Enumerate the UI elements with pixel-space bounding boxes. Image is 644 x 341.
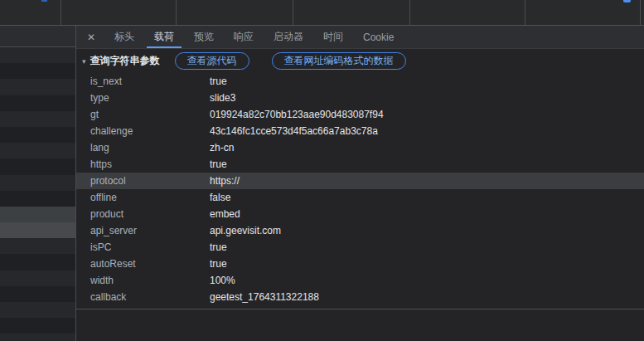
param-value: 100%	[210, 275, 235, 286]
request-row[interactable]	[0, 207, 75, 222]
param-key: protocol	[76, 175, 210, 187]
collapse-triangle-icon[interactable]: ▾	[82, 57, 86, 66]
param-value: 43c146fc1cce573d4f5ac66a7ab3c78a	[210, 125, 378, 137]
network-requests-sidebar-rows	[0, 47, 75, 341]
param-value: geetest_1764311322188	[210, 291, 319, 303]
request-row[interactable]	[0, 143, 75, 158]
tab-label: 启动器	[274, 30, 303, 44]
param-row[interactable]: api_server api.geevisit.com	[76, 222, 644, 239]
request-list-header	[0, 26, 75, 47]
request-row[interactable]	[0, 79, 75, 95]
view-data-button[interactable]: 查看源代码	[175, 52, 249, 70]
param-value: embed	[210, 208, 240, 220]
param-value: https://	[210, 175, 240, 187]
detail-tab[interactable]: 时间	[316, 26, 351, 48]
request-row[interactable]	[0, 175, 75, 191]
param-key: autoReset	[76, 258, 210, 270]
detail-tab[interactable]: 标头	[107, 26, 142, 48]
request-row[interactable]	[0, 286, 75, 302]
request-row[interactable]	[0, 254, 75, 270]
param-row[interactable]: isPC true	[76, 239, 644, 256]
request-row[interactable]	[0, 95, 75, 111]
section-buttons: 查看源代码 查看网址编码格式的数据	[160, 52, 406, 70]
column-divider	[525, 0, 525, 25]
param-value: 019924a82c70bb123aae90d483087f94	[210, 109, 384, 120]
param-row[interactable]: width 100%	[76, 272, 644, 289]
clipped-blue-indicator	[41, 0, 47, 2]
param-value: true	[210, 76, 227, 87]
param-row[interactable]: https true	[76, 156, 644, 173]
param-key: callback	[76, 291, 210, 303]
section-end-divider	[76, 309, 644, 309]
tab-label: 载荷	[154, 30, 174, 44]
request-row[interactable]	[0, 302, 75, 318]
request-row[interactable]	[0, 222, 75, 238]
param-value: api.geevisit.com	[210, 225, 281, 236]
network-request-list	[0, 26, 76, 341]
top-grid-strip	[0, 0, 644, 26]
request-row[interactable]	[0, 191, 75, 207]
request-detail-panel: ✕ 标头 载荷 预览 响应	[76, 26, 644, 341]
request-row[interactable]	[0, 334, 75, 341]
param-key: offline	[76, 192, 210, 203]
tab-label: 响应	[234, 30, 254, 44]
param-value: true	[210, 258, 227, 270]
column-divider	[61, 0, 61, 25]
request-row[interactable]	[0, 270, 75, 286]
request-row[interactable]	[0, 63, 75, 79]
param-row[interactable]: type slide3	[76, 90, 644, 106]
param-row[interactable]: is_next true	[76, 73, 644, 90]
request-row[interactable]	[0, 318, 75, 334]
tab-label: Cookie	[363, 32, 394, 43]
param-key: width	[76, 275, 210, 286]
detail-tab[interactable]: 载荷	[147, 26, 182, 48]
param-key: isPC	[76, 241, 210, 253]
view-data-button[interactable]: 查看网址编码格式的数据	[272, 52, 406, 70]
devtools-window: ✕ 标头 载荷 预览 响应	[0, 0, 644, 341]
request-row[interactable]	[0, 238, 75, 254]
param-value: true	[210, 158, 227, 170]
detail-tab[interactable]: 启动器	[266, 26, 311, 48]
request-row[interactable]	[0, 158, 75, 174]
param-row[interactable]: lang zh-cn	[76, 139, 644, 156]
detail-tab[interactable]: 响应	[226, 26, 261, 48]
column-divider	[640, 0, 641, 25]
button-label: 查看网址编码格式的数据	[284, 54, 394, 68]
param-value: zh-cn	[210, 142, 234, 153]
param-row[interactable]: product embed	[76, 206, 644, 222]
button-label: 查看源代码	[187, 54, 237, 68]
param-value: false	[210, 192, 230, 203]
query-params-section-header: ▾ 查询字符串参数 查看源代码 查看网址编码格式的数据	[76, 49, 644, 73]
request-row[interactable]	[0, 111, 75, 127]
param-row[interactable]: offline false	[76, 189, 644, 206]
column-divider	[293, 0, 293, 25]
request-row[interactable]	[0, 47, 75, 63]
column-divider	[409, 0, 410, 25]
tab-label: 时间	[323, 30, 343, 44]
param-row[interactable]: autoReset true	[76, 256, 644, 272]
param-key: product	[76, 208, 210, 220]
request-row[interactable]	[0, 127, 75, 143]
param-value: slide3	[210, 92, 235, 104]
tab-label: 标头	[114, 30, 134, 44]
section-title: 查询字符串参数	[90, 54, 160, 68]
detail-tabbar: ✕ 标头 载荷 预览 响应	[76, 26, 644, 49]
param-row[interactable]: callback geetest_1764311322188	[76, 289, 644, 305]
param-row[interactable]: protocol https://	[76, 173, 644, 189]
query-params-list: is_next true type slide3 gt 019924a82c70…	[76, 73, 644, 305]
tab-label: 预览	[194, 30, 214, 44]
detail-tab[interactable]: 预览	[186, 26, 221, 48]
param-key: lang	[76, 142, 210, 153]
param-value: true	[210, 241, 227, 253]
clipped-blue-indicator	[623, 0, 631, 2]
column-divider	[176, 0, 177, 25]
param-key: https	[76, 158, 210, 170]
param-key: api_server	[76, 225, 210, 236]
param-row[interactable]: challenge 43c146fc1cce573d4f5ac66a7ab3c7…	[76, 123, 644, 139]
param-key: is_next	[76, 76, 210, 87]
param-key: challenge	[76, 125, 210, 137]
close-icon[interactable]: ✕	[81, 26, 101, 48]
detail-tab[interactable]: Cookie	[356, 26, 401, 48]
param-row[interactable]: gt 019924a82c70bb123aae90d483087f94	[76, 106, 644, 123]
param-key: gt	[76, 109, 210, 120]
